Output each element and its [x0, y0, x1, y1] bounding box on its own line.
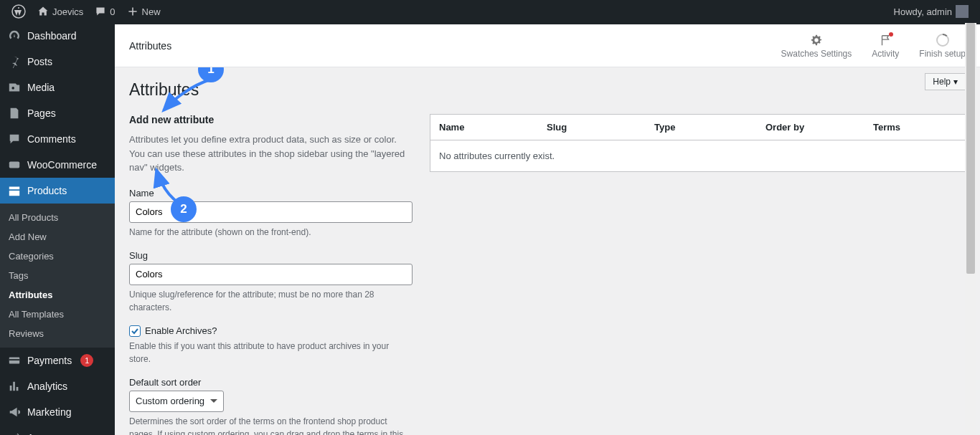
check-icon — [131, 327, 139, 335]
th-terms: Terms — [873, 122, 956, 133]
sidebar-item-payments[interactable]: Payments 1 — [0, 348, 115, 373]
sort-order-value: Custom ordering — [136, 396, 204, 406]
new-content-link[interactable]: New — [121, 0, 166, 23]
account-link[interactable]: Howdy, admin — [888, 0, 974, 23]
sidebar-item-appearance[interactable]: Appearance — [0, 425, 115, 435]
activity-button[interactable]: Activity — [872, 33, 899, 59]
field-archives: Enable Archives? Enable this if you want… — [129, 325, 413, 365]
table-head: Name Slug Type Order by Terms — [430, 115, 965, 140]
sidebar-item-dashboard[interactable]: Dashboard — [0, 23, 115, 49]
attributes-table: Name Slug Type Order by Terms No attribu… — [430, 114, 966, 172]
sidebar-item-label: Comments — [27, 133, 76, 145]
slug-desc: Unique slug/reference for the attribute;… — [129, 288, 413, 314]
comment-icon — [95, 6, 106, 17]
form-intro: Attributes let you define extra product … — [129, 133, 413, 175]
comments-link[interactable]: 0 — [89, 0, 121, 23]
admin-toolbar: Joevics 0 New Howdy, admin — [0, 0, 980, 23]
th-type: Type — [654, 122, 765, 133]
sidebar-item-label: WooCommerce — [27, 159, 97, 171]
form-heading: Add new attribute — [129, 114, 413, 125]
products-icon — [7, 183, 22, 198]
wordpress-icon — [11, 4, 26, 19]
finish-label: Finish setup — [919, 49, 966, 59]
wp-logo[interactable] — [6, 0, 32, 23]
howdy-text: Howdy, admin — [894, 6, 952, 17]
submenu-categories[interactable]: Categories — [0, 247, 115, 266]
svg-rect-1 — [9, 162, 19, 168]
pages-icon — [7, 106, 22, 120]
sidebar-item-products[interactable]: Products — [0, 178, 115, 204]
swatches-settings-button[interactable]: Swatches Settings — [781, 33, 852, 59]
submenu-add-new[interactable]: Add New — [0, 227, 115, 247]
svg-rect-3 — [9, 359, 19, 360]
sidebar-submenu-products: All Products Add New Categories Tags Att… — [0, 204, 115, 348]
plus-icon — [127, 6, 138, 17]
scrollbar-thumb[interactable] — [966, 23, 975, 274]
site-link[interactable]: Joevics — [32, 0, 89, 23]
table-empty: No attributes currently exist. — [430, 140, 965, 171]
slug-label: Slug — [129, 250, 413, 261]
slug-input[interactable] — [129, 264, 413, 285]
sidebar-item-pages[interactable]: Pages — [0, 100, 115, 126]
sidebar-item-label: Marketing — [27, 406, 71, 418]
admin-sidebar: Dashboard Posts Media Pages Comments — [0, 23, 115, 435]
sidebar-item-marketing[interactable]: Marketing — [0, 399, 115, 425]
site-name: Joevics — [52, 6, 83, 17]
sidebar-item-label: Dashboard — [27, 30, 77, 42]
sidebar-item-label: Analytics — [27, 381, 67, 392]
submenu-attributes[interactable]: Attributes — [0, 285, 115, 305]
sidebar-item-label: Products — [27, 185, 67, 196]
submenu-reviews[interactable]: Reviews — [0, 324, 115, 343]
annotation-2: 2 — [171, 196, 197, 222]
sidebar-item-label: Payments — [27, 355, 72, 366]
add-attribute-form: Add new attribute Attributes let you def… — [129, 114, 413, 435]
sidebar-item-woocommerce[interactable]: WooCommerce — [0, 152, 115, 178]
enable-archives-label: Enable Archives? — [145, 325, 217, 336]
chevron-down-icon: ▾ — [953, 77, 958, 87]
name-label: Name — [129, 188, 413, 199]
activity-label: Activity — [872, 49, 899, 59]
enable-archives-checkbox[interactable] — [129, 325, 141, 337]
sidebar-item-media[interactable]: Media — [0, 75, 115, 100]
sidebar-item-comments[interactable]: Comments — [0, 126, 115, 152]
help-tab[interactable]: Help ▾ — [925, 73, 966, 90]
payments-icon — [7, 353, 22, 368]
sidebar-item-label: Pages — [27, 107, 56, 119]
sort-order-select[interactable]: Custom ordering — [129, 391, 224, 412]
scrollbar-track[interactable] — [965, 23, 976, 435]
finish-setup-button[interactable]: Finish setup — [919, 33, 966, 59]
sort-label: Default sort order — [129, 377, 413, 388]
archives-desc: Enable this if you want this attribute t… — [129, 340, 413, 365]
pin-icon — [7, 54, 22, 69]
sidebar-item-posts[interactable]: Posts — [0, 49, 115, 75]
avatar — [956, 5, 969, 18]
progress-icon — [936, 33, 950, 47]
comments-count: 0 — [110, 6, 115, 17]
comment-icon — [7, 132, 22, 146]
marketing-icon — [7, 405, 22, 419]
name-desc: Name for the attribute (shown on the fro… — [129, 226, 413, 239]
submenu-all-templates[interactable]: All Templates — [0, 305, 115, 324]
submenu-tags[interactable]: Tags — [0, 266, 115, 285]
th-name: Name — [439, 122, 547, 133]
home-icon — [37, 6, 49, 17]
sort-desc: Determines the sort order of the terms o… — [129, 415, 413, 436]
appearance-icon — [7, 431, 22, 435]
dashboard-icon — [7, 29, 22, 43]
media-icon — [7, 80, 22, 95]
field-slug: Slug Unique slug/reference for the attri… — [129, 250, 413, 314]
field-sort-order: Default sort order Custom ordering Deter… — [129, 377, 413, 436]
th-order: Order by — [765, 122, 873, 133]
sidebar-item-label: Media — [27, 82, 55, 93]
th-slug: Slug — [547, 122, 654, 133]
sidebar-item-analytics[interactable]: Analytics — [0, 373, 115, 399]
new-label: New — [142, 6, 161, 17]
flag-icon — [878, 33, 892, 47]
gear-icon — [809, 33, 824, 47]
submenu-all-products[interactable]: All Products — [0, 208, 115, 227]
sidebar-item-label: Appearance — [27, 432, 82, 435]
page-header: Attributes Swatches Settings Activity Fi… — [115, 24, 980, 67]
analytics-icon — [7, 379, 22, 393]
help-label: Help — [933, 77, 951, 87]
page-title: Attributes — [129, 80, 966, 100]
